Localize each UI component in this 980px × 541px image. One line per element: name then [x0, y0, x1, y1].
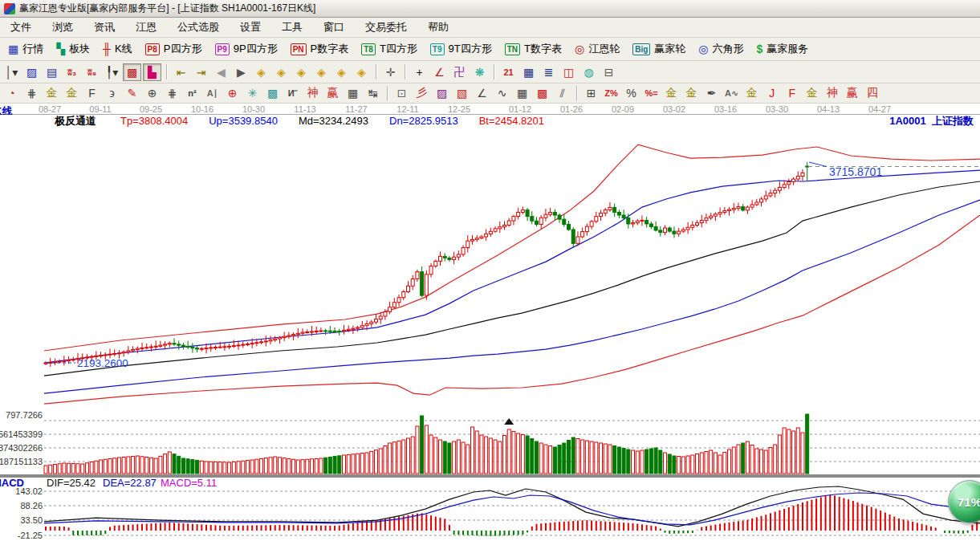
draw-tool-5[interactable]: ϶ [103, 84, 121, 102]
draw-tool-35[interactable]: 金 [682, 84, 701, 102]
nav-shrink-v[interactable]: ◈ [352, 63, 371, 81]
toolbar-9t-square[interactable]: T99T四方形 [424, 39, 498, 59]
draw-tool-2[interactable]: 金 [43, 84, 61, 102]
nav-candle-period[interactable]: ╿▾ [103, 63, 121, 81]
menu-item-3[interactable]: 江恩 [125, 18, 167, 36]
draw-tool-4[interactable]: F [83, 84, 101, 102]
draw-tool-1[interactable]: ⋕ [22, 84, 41, 102]
draw-tool-23[interactable]: ▧ [453, 84, 471, 102]
nav-calendar[interactable]: 21 [499, 63, 518, 81]
menu-item-5[interactable]: 设置 [230, 18, 271, 36]
toolbar-quotes[interactable]: ▦行情 [2, 39, 50, 59]
draw-tool-28[interactable]: ⫽ [553, 84, 571, 102]
menu-item-2[interactable]: 资讯 [83, 18, 125, 36]
draw-tool-36[interactable]: ✒ [702, 84, 721, 102]
draw-tool-14[interactable]: И˝ [283, 84, 302, 102]
nav-expand-v[interactable]: ◈ [332, 63, 351, 81]
draw-tool-44[interactable]: 四 [863, 84, 881, 102]
menu-item-1[interactable]: 浏览 [42, 18, 83, 36]
nav-last-page[interactable]: ⇥ [192, 63, 210, 81]
toolbar-t-table[interactable]: TNT数字表 [498, 39, 568, 59]
draw-tool-10[interactable]: A∣ [203, 84, 222, 102]
draw-tool-15[interactable]: 神 [303, 84, 322, 102]
draw-tool-0[interactable]: ◔ [2, 84, 21, 102]
menu-item-6[interactable]: 工具 [271, 18, 313, 36]
menu-item-4[interactable]: 公式选股 [167, 18, 230, 36]
draw-tool-39[interactable]: J [762, 84, 781, 102]
draw-tool-18[interactable]: ↹ [364, 84, 382, 102]
draw-tool-32[interactable]: % [622, 84, 640, 102]
draw-tool-24[interactable]: ∠ [473, 84, 491, 102]
menu-item-7[interactable]: 窗口 [313, 18, 355, 36]
nav-candle-style-combo[interactable]: │▾ [2, 63, 21, 81]
nav-zoom-left[interactable]: ◈ [252, 63, 270, 81]
draw-tool-22[interactable]: ▨ [433, 84, 451, 102]
nav-gann-swastika[interactable]: 卍 [450, 63, 469, 81]
chart-canvas[interactable]: 797.7266561453399374302266187151133143.0… [0, 104, 980, 541]
nav-bars-3[interactable]: ʬ₃ [63, 63, 81, 81]
nav-shrink-h[interactable]: ◈ [312, 63, 331, 81]
draw-tool-25[interactable]: ∿ [493, 84, 511, 102]
nav-zoom-right[interactable]: ◈ [272, 63, 291, 81]
toolbar-winner-wheel[interactable]: Big赢家轮 [626, 39, 692, 59]
menu-item-9[interactable]: 帮助 [417, 18, 459, 36]
nav-mind-tool[interactable]: ❋ [470, 63, 489, 81]
toolbar-p-square[interactable]: P8P四方形 [139, 39, 209, 59]
menu-item-0[interactable]: 文件 [0, 18, 42, 36]
draw-tool-3[interactable]: 金 [63, 84, 81, 102]
toolbar-hexagon[interactable]: ◎六角形 [692, 39, 750, 59]
draw-tool-27[interactable]: ▩ [533, 84, 551, 102]
draw-tool-43[interactable]: 赢 [843, 84, 861, 102]
draw-tool-11[interactable]: ⊕ [223, 84, 242, 102]
draw-tool-12[interactable]: ✳ [243, 84, 262, 102]
draw-tool-26[interactable]: ▦ [513, 84, 531, 102]
draw-tool-42[interactable]: 神 [823, 84, 841, 102]
draw-tool-20[interactable]: ⊡ [392, 84, 411, 102]
nav-bars-9[interactable]: ʬ₉ [83, 63, 101, 81]
draw-tool-17[interactable]: ▦ [344, 84, 362, 102]
nav-histogram-tool[interactable]: ▙ [143, 63, 161, 81]
toolbar-p-table[interactable]: PNP数字表 [284, 39, 356, 59]
draw-tool-34[interactable]: 金 [662, 84, 681, 102]
nav-hand-tool[interactable]: ✛ [381, 63, 400, 81]
nav-print[interactable]: ⊟ [600, 63, 618, 81]
candle-body [453, 257, 456, 259]
toolbar-sectors[interactable]: ▚板块 [50, 39, 96, 59]
nav-expand-h[interactable]: ◈ [292, 63, 311, 81]
nav-prev-bar[interactable]: ◀ [212, 63, 230, 81]
draw-tool-37[interactable]: A∿ [722, 84, 741, 102]
draw-tool-9[interactable]: n² [183, 84, 201, 102]
nav-calculator[interactable]: ▦ [519, 63, 538, 81]
draw-tool-6[interactable]: ✎ [123, 84, 141, 102]
nav-report-list[interactable]: ▤ [43, 63, 61, 81]
nav-next-bar[interactable]: ▶ [232, 63, 250, 81]
draw-tool-40[interactable]: F [783, 84, 801, 102]
candle-body [228, 346, 231, 347]
draw-tool-8[interactable]: ⋕ [163, 84, 181, 102]
toolbar-9p-square[interactable]: P99P四方形 [209, 39, 284, 59]
draw-tool-7[interactable]: ⊕ [143, 84, 161, 102]
menu-item-8[interactable]: 交易委托 [355, 18, 417, 36]
draw-tool-16[interactable]: 赢 [323, 84, 342, 102]
draw-tool-30[interactable]: ⊞ [582, 84, 600, 102]
nav-notes[interactable]: ≣ [539, 63, 558, 81]
draw-tool-21[interactable]: 彡 [413, 84, 431, 102]
toolbar-kline[interactable]: ╫K线 [96, 39, 139, 59]
nav-multi-chart[interactable]: ▨ [22, 63, 41, 81]
nav-first-page[interactable]: ⇤ [172, 63, 190, 81]
volume-bar [457, 440, 460, 474]
candle-body [654, 226, 657, 230]
nav-save[interactable]: ◫ [559, 63, 578, 81]
nav-pattern-tool[interactable]: ▩ [123, 63, 141, 81]
nav-crosshair[interactable]: + [410, 63, 429, 81]
draw-tool-41[interactable]: 金 [803, 84, 821, 102]
draw-tool-31[interactable]: Z% [602, 84, 620, 102]
toolbar-winner-service[interactable]: $赢家服务 [750, 39, 815, 59]
toolbar-t-square[interactable]: T8T四方形 [355, 39, 424, 59]
nav-angle-tool[interactable]: ∠ [430, 63, 449, 81]
nav-browser[interactable]: ◍ [579, 63, 598, 81]
toolbar-gann-wheel[interactable]: ◎江恩轮 [568, 39, 626, 59]
draw-tool-38[interactable]: 金 [742, 84, 761, 102]
draw-tool-33[interactable]: %= [642, 84, 661, 102]
draw-tool-13[interactable]: ▩ [263, 84, 282, 102]
